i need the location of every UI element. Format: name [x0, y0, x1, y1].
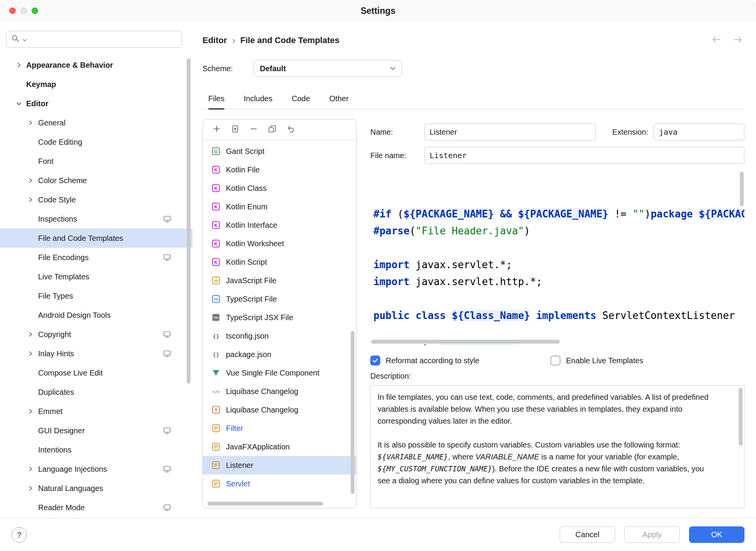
chevron-right-icon[interactable] — [28, 351, 33, 356]
help-button[interactable]: ? — [12, 527, 27, 543]
sidebar-item-copyright[interactable]: Copyright — [0, 325, 192, 344]
enable-live-templates-checkbox[interactable]: Enable Live Templates — [550, 356, 643, 366]
sidebar-item-file-and-code-templates[interactable]: File and Code Templates — [0, 229, 192, 248]
sidebar-item-live-templates[interactable]: Live Templates — [0, 267, 192, 286]
sidebar-item-reader-mode[interactable]: Reader Mode — [0, 498, 192, 517]
template-item-kotlin-script[interactable]: KKotlin Script — [203, 253, 356, 271]
template-item-listener[interactable]: Listener — [203, 456, 356, 474]
sidebar-item-font[interactable]: Font — [0, 152, 192, 171]
sidebar-item-general[interactable]: General — [0, 113, 192, 132]
revert-button[interactable] — [281, 122, 300, 137]
sidebar-item-editor[interactable]: Editor — [0, 94, 192, 113]
template-item-javascript-file[interactable]: JSJavaScript File — [203, 271, 356, 290]
sidebar-item-android-design-tools[interactable]: Android Design Tools — [0, 306, 192, 325]
template-list-vertical-scrollbar[interactable] — [351, 331, 355, 473]
template-item-label: Kotlin Interface — [226, 221, 277, 230]
sidebar-item-natural-languages[interactable]: Natural Languages — [0, 479, 192, 498]
sidebar-item-appearance-behavior[interactable]: Appearance & Behavior — [0, 55, 192, 75]
tab-files[interactable]: Files — [208, 94, 224, 109]
chevron-right-icon[interactable] — [28, 178, 33, 183]
template-item-kotlin-interface[interactable]: KKotlin Interface — [203, 216, 356, 234]
monitor-badge-icon — [163, 350, 171, 357]
template-code-editor[interactable]: #if (${PACKAGE_NAME} && ${PACKAGE_NAME} … — [370, 169, 744, 345]
sidebar-item-compose-live-edit[interactable]: Compose Live Edit — [0, 363, 192, 382]
sidebar-item-code-style[interactable]: Code Style — [0, 190, 192, 209]
monitor-badge-icon — [163, 254, 171, 261]
code-vertical-scrollbar[interactable] — [740, 172, 744, 206]
svg-text:K: K — [214, 186, 218, 191]
search-history-chevron-icon[interactable] — [22, 35, 27, 44]
sidebar-item-keymap[interactable]: Keymap — [0, 75, 192, 94]
zoom-window-button[interactable] — [32, 8, 38, 14]
tab-code[interactable]: Code — [292, 94, 310, 109]
tab-other[interactable]: Other — [329, 94, 349, 109]
sidebar-item-file-encodings[interactable]: File Encodings — [0, 248, 192, 267]
template-item-typescript-jsx-file[interactable]: TSXTypeScript JSX File — [203, 308, 356, 327]
tab-includes[interactable]: Includes — [244, 94, 273, 109]
extension-field[interactable] — [654, 124, 744, 140]
sidebar-item-intentions[interactable]: Intentions — [0, 440, 192, 459]
search-icon — [11, 34, 20, 45]
sidebar-item-inlay-hints[interactable]: Inlay Hints — [0, 344, 192, 363]
template-item-package-json[interactable]: {}package.json — [203, 345, 356, 364]
sidebar-item-code-editing[interactable]: Code Editing — [0, 132, 192, 152]
back-button[interactable] — [711, 36, 721, 45]
apply-button[interactable]: Apply — [624, 526, 680, 543]
template-item-kotlin-file[interactable]: KKotlin File — [203, 160, 356, 179]
sidebar-item-label: File Encodings — [38, 253, 89, 262]
sidebar-item-emmet[interactable]: Emmet — [0, 402, 192, 421]
chevron-right-icon[interactable] — [16, 62, 22, 68]
description-scrollbar[interactable] — [739, 388, 743, 446]
template-list-horizontal-scrollbar[interactable] — [207, 502, 323, 506]
add-template-button[interactable] — [226, 122, 244, 137]
chevron-right-icon[interactable] — [28, 120, 33, 125]
template-icon — [211, 461, 221, 470]
template-item-filter[interactable]: Filter — [203, 419, 356, 437]
chevron-right-icon[interactable] — [28, 197, 33, 202]
sidebar-item-inspections[interactable]: Inspections — [0, 209, 192, 229]
add-button[interactable] — [207, 122, 226, 137]
breadcrumb-editor[interactable]: Editor — [202, 35, 227, 45]
back-icon — [711, 36, 721, 45]
description-text: In file templates, you can use text, cod… — [378, 391, 717, 487]
ok-button[interactable]: OK — [689, 526, 744, 543]
scheme-dropdown[interactable]: Default — [254, 60, 402, 77]
template-item-liquibase-changelog[interactable]: YLiquibase Changelog — [203, 401, 356, 419]
template-item-gant-script[interactable]: GGant Script — [203, 142, 356, 160]
sidebar-item-file-types[interactable]: File Types — [0, 286, 192, 306]
template-item-servlet[interactable]: Servlet — [203, 474, 356, 493]
chevron-right-icon[interactable] — [28, 466, 33, 472]
template-item-javafxapplication[interactable]: JavaFXApplication — [203, 437, 356, 456]
reformat-checkbox-box[interactable] — [370, 356, 380, 366]
sidebar-item-gui-designer[interactable]: GUI Designer — [0, 421, 192, 440]
chevron-down-icon[interactable] — [16, 101, 22, 106]
name-field[interactable] — [424, 124, 595, 140]
template-item-kotlin-enum[interactable]: KKotlin Enum — [203, 197, 356, 216]
cancel-button[interactable]: Cancel — [560, 526, 615, 543]
code-horizontal-scrollbar[interactable] — [371, 340, 560, 344]
template-item-liquibase-changelog[interactable]: </>Liquibase Changelog — [203, 382, 356, 401]
minimize-window-button[interactable] — [20, 8, 27, 14]
template-item-typescript-file[interactable]: TSTypeScript File — [203, 290, 356, 308]
copy-button[interactable] — [263, 122, 281, 137]
sidebar-scrollbar[interactable] — [187, 58, 191, 384]
template-item-kotlin-class[interactable]: KKotlin Class — [203, 179, 356, 197]
settings-search-input[interactable] — [6, 31, 182, 48]
template-item-vue-single-file-component[interactable]: Vue Single File Component — [203, 364, 356, 382]
close-window-button[interactable] — [9, 8, 16, 14]
reformat-checkbox[interactable]: Reformat according to style — [370, 356, 479, 366]
template-item-tsconfig-json[interactable]: {}tsconfig.json — [203, 327, 356, 345]
sidebar-item-language-injections[interactable]: Language Injections — [0, 459, 192, 479]
remove-button[interactable] — [244, 122, 263, 137]
forward-button[interactable] — [733, 36, 743, 45]
template-item-kotlin-worksheet[interactable]: KKotlin Worksheet — [203, 234, 356, 253]
sidebar-item-duplicates[interactable]: Duplicates — [0, 382, 192, 402]
sidebar-item-color-scheme[interactable]: Color Scheme — [0, 171, 192, 190]
svg-text:TSX: TSX — [213, 316, 219, 319]
chevron-right-icon[interactable] — [28, 486, 33, 491]
file-name-field[interactable] — [424, 147, 744, 164]
svg-text:K: K — [214, 241, 218, 247]
chevron-right-icon[interactable] — [28, 332, 33, 337]
enable-live-templates-checkbox-box[interactable] — [550, 356, 560, 366]
chevron-right-icon[interactable] — [28, 409, 33, 414]
